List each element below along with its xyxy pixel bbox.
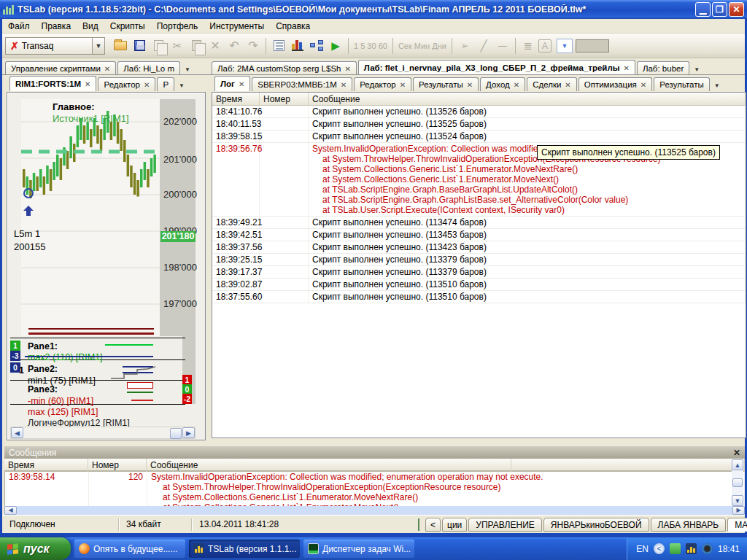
log-row[interactable]: 18:40:11.53Скрипт выполнен успешно. (113… bbox=[212, 118, 746, 131]
log-row[interactable]: 18:39:42.51Скрипт выполнен успешно. (113… bbox=[212, 229, 746, 241]
save-icon[interactable] bbox=[131, 37, 148, 55]
tab-close-icon[interactable]: ✕ bbox=[565, 81, 570, 89]
tray-app-icon[interactable] bbox=[670, 543, 681, 554]
scroll-left-icon[interactable]: ◀ bbox=[4, 506, 17, 515]
menu-Правка[interactable]: Правка bbox=[36, 20, 77, 33]
portfolio-tab-<[interactable]: < bbox=[425, 518, 441, 532]
log-row[interactable]: 18:39:02.87Скрипт выполнен успешно. (113… bbox=[212, 279, 746, 291]
tab-close-icon[interactable]: ✕ bbox=[104, 65, 110, 73]
scroll-left-icon[interactable]: ◀ bbox=[11, 427, 23, 438]
scroll-thumb[interactable] bbox=[170, 428, 182, 439]
tab-результаты[interactable]: Результаты bbox=[654, 77, 710, 91]
undo-icon[interactable]: ↶ bbox=[225, 37, 243, 55]
close-button[interactable]: ✕ bbox=[729, 2, 744, 17]
scroll-down-icon[interactable]: ▼ bbox=[732, 495, 743, 506]
log-row[interactable]: 18:39:25.15Скрипт выполнен успешно. (113… bbox=[212, 254, 746, 266]
log-row[interactable]: 18:37:55.60Скрипт выполнен успешно. (113… bbox=[212, 291, 746, 303]
tab-overflow-button[interactable]: ▼ bbox=[692, 63, 702, 75]
chart-h-scrollbar[interactable]: ◀ ▶ bbox=[10, 427, 196, 439]
chart-icon[interactable] bbox=[289, 37, 306, 55]
tab-лаб-hi-lo-m[interactable]: Лаб: Hi_Lo m bbox=[117, 61, 180, 75]
menu-Справка[interactable]: Справка bbox=[270, 20, 316, 33]
language-bar-icon[interactable]: < bbox=[654, 543, 665, 554]
zoom-dropdown[interactable]: ▼ bbox=[557, 39, 573, 53]
tab-лог[interactable]: Лог✕ bbox=[214, 76, 250, 91]
log-row[interactable]: 18:39:58.15Скрипт выполнен успешно. (113… bbox=[212, 131, 746, 143]
messages-row[interactable]: 18:39:58.14120System.InvalidOperationExc… bbox=[5, 472, 745, 506]
messages-close-icon[interactable]: ✕ bbox=[733, 448, 740, 458]
tab-sberp03-ммвб-1м[interactable]: SBERP03:ММВБ:1М✕ bbox=[252, 77, 352, 91]
tab-доход[interactable]: Доход✕ bbox=[480, 77, 525, 91]
taskbar-task[interactable]: Диспетчер задач Wi... bbox=[303, 540, 414, 558]
properties-icon[interactable] bbox=[270, 37, 287, 55]
messages-col-Сообщение[interactable]: Сообщение bbox=[147, 459, 511, 472]
notebook-icon[interactable] bbox=[418, 518, 419, 531]
tab-overflow-button[interactable]: ▼ bbox=[177, 79, 187, 91]
cut-icon[interactable]: ✂ bbox=[169, 37, 186, 55]
open-folder-icon[interactable] bbox=[112, 37, 129, 55]
menu-Портфель[interactable]: Портфель bbox=[151, 20, 204, 33]
minimize-button[interactable]: ▁ bbox=[695, 2, 711, 17]
taskbar-task[interactable]: TSLab (версия 1.1.1... bbox=[189, 540, 300, 558]
scroll-up-icon[interactable]: ▲ bbox=[732, 459, 743, 470]
tab-лаб-buber[interactable]: Лаб: buber bbox=[637, 61, 689, 75]
empty-combo-box[interactable] bbox=[576, 39, 609, 52]
tab-управление-скриптами[interactable]: Управление скриптами✕ bbox=[5, 61, 116, 75]
transaq-dropdown[interactable]: ▼ bbox=[93, 37, 105, 55]
tray-round-icon[interactable] bbox=[702, 543, 713, 554]
tab-overflow-button[interactable]: ▼ bbox=[182, 63, 193, 75]
tab-close-icon[interactable]: ✕ bbox=[341, 81, 347, 89]
paste-icon[interactable] bbox=[187, 37, 205, 55]
tab-close-icon[interactable]: ✕ bbox=[85, 80, 90, 88]
script-diagram-icon[interactable] bbox=[308, 37, 325, 55]
menu-Файл[interactable]: Файл bbox=[2, 20, 36, 33]
portfolio-tab-ции[interactable]: ции bbox=[442, 518, 467, 532]
tab-close-icon[interactable]: ✕ bbox=[144, 81, 150, 89]
log-row[interactable]: 18:39:37.56Скрипт выполнен успешно. (113… bbox=[212, 241, 746, 254]
delete-icon[interactable]: ✕ bbox=[206, 37, 224, 55]
candlestick-chart[interactable] bbox=[21, 99, 160, 336]
cursor-icon[interactable]: ➢ bbox=[456, 37, 473, 55]
tab-close-icon[interactable]: ✕ bbox=[467, 81, 473, 89]
menu-Вид[interactable]: Вид bbox=[77, 20, 104, 33]
messages-col-Время[interactable]: Время bbox=[4, 459, 88, 472]
log-row[interactable]: 18:39:49.21Скрипт выполнен успешно. (113… bbox=[212, 217, 746, 229]
tray-clock[interactable]: 18:41 bbox=[718, 544, 740, 554]
language-indicator[interactable]: EN bbox=[636, 544, 649, 554]
menu-Инструменты[interactable]: Инструменты bbox=[204, 20, 270, 33]
messages-col-Номер[interactable]: Номер bbox=[88, 459, 147, 472]
start-button[interactable]: пуск bbox=[0, 537, 71, 560]
tab-close-icon[interactable]: ✕ bbox=[344, 65, 350, 73]
portfolio-tab-УПРАВЛЕНИЕ[interactable]: УПРАВЛЕНИЕ bbox=[468, 518, 542, 532]
line-icon[interactable]: ╱ bbox=[475, 37, 492, 55]
portfolio-tab-МАРТ[interactable]: МАРТ bbox=[727, 518, 747, 532]
align-icon[interactable]: ≣ bbox=[519, 37, 537, 55]
dash-icon[interactable]: — bbox=[494, 37, 511, 55]
log-col-Номер[interactable]: Номер bbox=[260, 93, 309, 106]
tab-close-icon[interactable]: ✕ bbox=[514, 81, 519, 89]
copy-icon[interactable] bbox=[150, 37, 167, 55]
tab-редактор[interactable]: Редактор✕ bbox=[98, 77, 155, 91]
log-col-Время[interactable]: Время bbox=[212, 93, 260, 106]
log-col-Сообщение[interactable]: Сообщение bbox=[309, 93, 746, 106]
tab-лаб-flet-i-nervnay-pila-x3-long-сбер-п-2[interactable]: Лаб: flet_i_nervnay_pila_X3_long_СБЕР_П_… bbox=[358, 60, 635, 75]
messages-v-scrollbar[interactable]: ▲ ▼ bbox=[732, 459, 743, 506]
interval-buttons[interactable]: 1 5 30 60 bbox=[352, 42, 390, 50]
tab-overflow-button[interactable]: ▼ bbox=[712, 79, 722, 91]
redo-icon[interactable]: ↷ bbox=[244, 37, 262, 55]
scroll-right-icon[interactable]: ▶ bbox=[732, 506, 745, 515]
unit-buttons[interactable]: Сек Мин Дни bbox=[396, 42, 449, 50]
tab-редактор[interactable]: Редактор✕ bbox=[354, 77, 411, 91]
v-scroll-thumb[interactable] bbox=[732, 478, 743, 487]
portfolio-tab-ЯНВАРЬкиноБОЕВОЙ[interactable]: ЯНВАРЬкиноБОЕВОЙ bbox=[543, 518, 649, 532]
run-icon[interactable]: ▶ bbox=[327, 37, 344, 55]
portfolio-tab-ЛАБА ЯНВАРЬ[interactable]: ЛАБА ЯНВАРЬ bbox=[651, 518, 727, 532]
tab-close-icon[interactable]: ✕ bbox=[400, 81, 406, 89]
log-row[interactable]: 18:39:17.37Скрипт выполнен успешно. (113… bbox=[212, 266, 746, 279]
tab-close-icon[interactable]: ✕ bbox=[239, 80, 244, 88]
tab-результаты[interactable]: Результаты✕ bbox=[413, 77, 479, 91]
tslab-tray-icon[interactable] bbox=[686, 543, 697, 554]
tab-оптимизация[interactable]: Оптимизация✕ bbox=[578, 77, 653, 91]
messages-h-scrollbar[interactable]: ◀ ▶ bbox=[4, 506, 745, 515]
letter-a-icon[interactable]: A bbox=[538, 39, 551, 52]
